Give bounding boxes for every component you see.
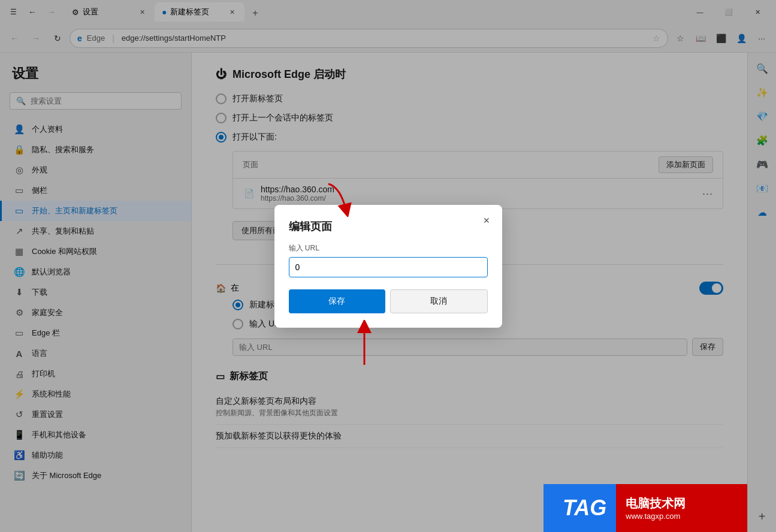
tag-logo-text: TAG [563,495,606,521]
modal-save-button[interactable]: 保存 [289,289,385,313]
modal-cancel-button[interactable]: 取消 [390,289,488,313]
tag-logo-area: TAG [553,484,616,532]
modal-url-input[interactable] [289,257,488,277]
arrow-to-input [322,181,358,219]
modal-buttons: 保存 取消 [289,289,488,313]
watermark: TAG 电脑技术网 www.tagxp.com [543,484,747,532]
modal-url-label: 输入 URL [289,243,488,253]
modal-overlay[interactable]: 编辑页面 ✕ 输入 URL 保存 取消 [0,0,776,532]
edit-page-modal: 编辑页面 ✕ 输入 URL 保存 取消 [274,205,502,328]
modal-close-button[interactable]: ✕ [478,212,495,229]
tag-site-info: 电脑技术网 www.tagxp.com [616,484,738,532]
tag-site-title: 电脑技术网 [626,495,728,512]
tag-site-url: www.tagxp.com [626,512,728,521]
modal-title: 编辑页面 [289,219,488,234]
arrow-from-save [352,320,376,370]
